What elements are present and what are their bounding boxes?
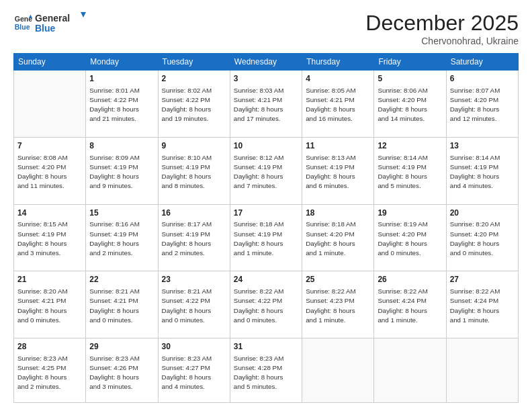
day-info: Sunrise: 8:22 AMSunset: 4:24 PMDaylight:… [450, 287, 515, 325]
table-row: 12Sunrise: 8:14 AMSunset: 4:19 PMDayligh… [374, 137, 446, 204]
svg-text:Blue: Blue [15, 23, 30, 31]
day-info: Sunrise: 8:06 AMSunset: 4:20 PMDaylight:… [378, 86, 442, 124]
day-number: 4 [306, 73, 370, 85]
day-info: Sunrise: 8:20 AMSunset: 4:20 PMDaylight:… [450, 220, 515, 258]
day-info: Sunrise: 8:23 AMSunset: 4:25 PMDaylight:… [17, 354, 82, 392]
day-info: Sunrise: 8:20 AMSunset: 4:21 PMDaylight:… [17, 287, 82, 325]
day-info: Sunrise: 8:17 AMSunset: 4:19 PMDaylight:… [162, 220, 226, 258]
day-info: Sunrise: 8:18 AMSunset: 4:19 PMDaylight:… [234, 220, 298, 258]
day-info: Sunrise: 8:18 AMSunset: 4:20 PMDaylight:… [306, 220, 370, 258]
table-row: 27Sunrise: 8:22 AMSunset: 4:24 PMDayligh… [446, 271, 518, 338]
day-info: Sunrise: 8:10 AMSunset: 4:19 PMDaylight:… [162, 153, 226, 191]
day-info: Sunrise: 8:07 AMSunset: 4:20 PMDaylight:… [450, 86, 515, 124]
table-row: 7Sunrise: 8:08 AMSunset: 4:20 PMDaylight… [14, 137, 86, 204]
col-thursday: Thursday [302, 54, 374, 71]
day-number: 24 [234, 274, 298, 285]
day-number: 19 [378, 208, 442, 219]
table-row: 26Sunrise: 8:22 AMSunset: 4:24 PMDayligh… [374, 271, 446, 338]
calendar-header: Sunday Monday Tuesday Wednesday Thursday… [14, 54, 519, 71]
day-number: 12 [378, 140, 442, 152]
day-info: Sunrise: 8:22 AMSunset: 4:22 PMDaylight:… [234, 287, 298, 325]
day-info: Sunrise: 8:19 AMSunset: 4:20 PMDaylight:… [378, 220, 442, 258]
day-info: Sunrise: 8:14 AMSunset: 4:19 PMDaylight:… [378, 153, 442, 191]
day-info: Sunrise: 8:23 AMSunset: 4:28 PMDaylight:… [234, 354, 298, 392]
day-number: 18 [306, 208, 370, 219]
table-row: 2Sunrise: 8:02 AMSunset: 4:22 PMDaylight… [158, 71, 230, 138]
day-number: 15 [89, 208, 154, 219]
day-info: Sunrise: 8:13 AMSunset: 4:19 PMDaylight:… [306, 153, 370, 191]
col-saturday: Saturday [446, 54, 518, 71]
table-row: 13Sunrise: 8:14 AMSunset: 4:19 PMDayligh… [446, 137, 518, 204]
col-friday: Friday [374, 54, 446, 71]
table-row: 23Sunrise: 8:21 AMSunset: 4:22 PMDayligh… [158, 271, 230, 338]
day-info: Sunrise: 8:23 AMSunset: 4:26 PMDaylight:… [89, 354, 154, 392]
page: General Blue General Blue December 2025 … [0, 0, 532, 411]
calendar-body: 1Sunrise: 8:01 AMSunset: 4:22 PMDaylight… [14, 71, 519, 403]
calendar-table: Sunday Monday Tuesday Wednesday Thursday… [13, 53, 519, 403]
table-row: 20Sunrise: 8:20 AMSunset: 4:20 PMDayligh… [446, 204, 518, 271]
day-number: 27 [450, 274, 515, 285]
table-row: 24Sunrise: 8:22 AMSunset: 4:22 PMDayligh… [230, 271, 302, 338]
svg-text:General: General [35, 13, 70, 24]
day-number: 7 [17, 140, 82, 152]
day-number: 26 [378, 274, 442, 285]
logo: General Blue General Blue [13, 11, 89, 35]
day-number: 13 [450, 140, 515, 152]
day-info: Sunrise: 8:16 AMSunset: 4:19 PMDaylight:… [89, 220, 154, 258]
day-number: 5 [378, 73, 442, 85]
day-info: Sunrise: 8:22 AMSunset: 4:23 PMDaylight:… [306, 287, 370, 325]
day-info: Sunrise: 8:22 AMSunset: 4:24 PMDaylight:… [378, 287, 442, 325]
day-number: 21 [17, 274, 82, 285]
col-wednesday: Wednesday [230, 54, 302, 71]
day-number: 11 [306, 140, 370, 152]
day-number: 8 [89, 140, 154, 152]
table-row: 22Sunrise: 8:21 AMSunset: 4:21 PMDayligh… [86, 271, 158, 338]
day-number: 10 [234, 140, 298, 152]
month-title: December 2025 [365, 11, 519, 36]
day-number: 29 [89, 341, 154, 353]
table-row: 31Sunrise: 8:23 AMSunset: 4:28 PMDayligh… [230, 338, 302, 403]
table-row [14, 71, 86, 138]
day-number: 2 [162, 73, 226, 85]
svg-text:General: General [15, 15, 32, 23]
table-row: 11Sunrise: 8:13 AMSunset: 4:19 PMDayligh… [302, 137, 374, 204]
table-row: 16Sunrise: 8:17 AMSunset: 4:19 PMDayligh… [158, 204, 230, 271]
day-info: Sunrise: 8:23 AMSunset: 4:27 PMDaylight:… [162, 354, 226, 392]
header: General Blue General Blue December 2025 … [13, 11, 519, 46]
day-number: 9 [162, 140, 226, 152]
table-row: 15Sunrise: 8:16 AMSunset: 4:19 PMDayligh… [86, 204, 158, 271]
table-row: 8Sunrise: 8:09 AMSunset: 4:19 PMDaylight… [86, 137, 158, 204]
table-row: 14Sunrise: 8:15 AMSunset: 4:19 PMDayligh… [14, 204, 86, 271]
svg-text:Blue: Blue [35, 23, 56, 34]
table-row [374, 338, 446, 403]
day-info: Sunrise: 8:21 AMSunset: 4:22 PMDaylight:… [162, 287, 226, 325]
table-row: 6Sunrise: 8:07 AMSunset: 4:20 PMDaylight… [446, 71, 518, 138]
day-number: 17 [234, 208, 298, 219]
day-info: Sunrise: 8:14 AMSunset: 4:19 PMDaylight:… [450, 153, 515, 191]
day-number: 6 [450, 73, 515, 85]
svg-marker-5 [81, 12, 86, 17]
day-info: Sunrise: 8:08 AMSunset: 4:20 PMDaylight:… [17, 153, 82, 191]
table-row: 19Sunrise: 8:19 AMSunset: 4:20 PMDayligh… [374, 204, 446, 271]
day-number: 3 [234, 73, 298, 85]
day-number: 31 [234, 341, 298, 353]
day-info: Sunrise: 8:03 AMSunset: 4:21 PMDaylight:… [234, 86, 298, 124]
col-monday: Monday [86, 54, 158, 71]
table-row: 4Sunrise: 8:05 AMSunset: 4:21 PMDaylight… [302, 71, 374, 138]
day-info: Sunrise: 8:02 AMSunset: 4:22 PMDaylight:… [162, 86, 226, 124]
location-subtitle: Chervonohrad, Ukraine [365, 36, 519, 46]
table-row: 30Sunrise: 8:23 AMSunset: 4:27 PMDayligh… [158, 338, 230, 403]
day-number: 23 [162, 274, 226, 285]
table-row: 1Sunrise: 8:01 AMSunset: 4:22 PMDaylight… [86, 71, 158, 138]
table-row [302, 338, 374, 403]
header-row: Sunday Monday Tuesday Wednesday Thursday… [14, 54, 519, 71]
table-row: 17Sunrise: 8:18 AMSunset: 4:19 PMDayligh… [230, 204, 302, 271]
day-number: 25 [306, 274, 370, 285]
table-row: 5Sunrise: 8:06 AMSunset: 4:20 PMDaylight… [374, 71, 446, 138]
day-info: Sunrise: 8:21 AMSunset: 4:21 PMDaylight:… [89, 287, 154, 325]
table-row: 9Sunrise: 8:10 AMSunset: 4:19 PMDaylight… [158, 137, 230, 204]
logo-svg: General Blue [35, 11, 89, 35]
day-number: 30 [162, 341, 226, 353]
logo-icon: General Blue [13, 13, 32, 32]
table-row [446, 338, 518, 403]
